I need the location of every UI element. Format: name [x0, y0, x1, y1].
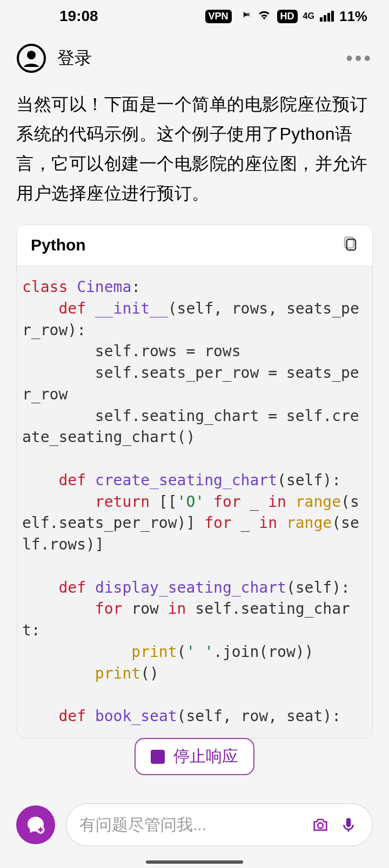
status-bar: 19:08 VPN HD 4G 11% [0, 0, 389, 32]
code-block: Python class Cinema: def __init__(self, … [16, 225, 373, 738]
status-right: VPN HD 4G 11% [205, 7, 367, 25]
mute-icon [237, 8, 251, 25]
battery-text: 11% [339, 8, 367, 25]
code-language-label: Python [31, 236, 86, 254]
copy-icon[interactable] [342, 236, 358, 254]
camera-icon[interactable] [310, 814, 331, 836]
status-time: 19:08 [59, 8, 98, 25]
assistant-text: 当然可以！下面是一个简单的电影院座位预订系统的代码示例。这个例子使用了Pytho… [16, 90, 373, 208]
chat-input[interactable]: 有问题尽管问我... [66, 803, 373, 846]
new-chat-button[interactable] [16, 805, 55, 844]
network-label: 4G [303, 11, 314, 21]
code-header: Python [17, 225, 372, 266]
code-content: class Cinema: def __init__(self, rows, s… [17, 266, 372, 738]
bottom-bar: 有问题尽管问我... [0, 803, 389, 846]
svg-rect-6 [346, 818, 351, 827]
chat-input-placeholder: 有问题尽管问我... [79, 814, 303, 836]
avatar-icon[interactable] [16, 43, 46, 73]
app-header: 登录 ••• [0, 32, 389, 84]
vpn-badge: VPN [205, 10, 232, 23]
wifi-icon [257, 7, 272, 25]
signal-icon [320, 11, 334, 22]
stop-label: 停止响应 [173, 745, 238, 768]
svg-point-1 [27, 51, 36, 59]
stop-icon [151, 750, 165, 764]
message-content: 当然可以！下面是一个简单的电影院座位预订系统的代码示例。这个例子使用了Pytho… [0, 84, 389, 738]
home-indicator [146, 860, 243, 864]
login-button[interactable]: 登录 [57, 46, 92, 70]
stop-response-button[interactable]: 停止响应 [135, 738, 254, 775]
more-icon[interactable]: ••• [346, 47, 373, 70]
microphone-icon[interactable] [338, 814, 359, 836]
svg-point-5 [318, 823, 323, 828]
hd-badge: HD [277, 10, 298, 23]
